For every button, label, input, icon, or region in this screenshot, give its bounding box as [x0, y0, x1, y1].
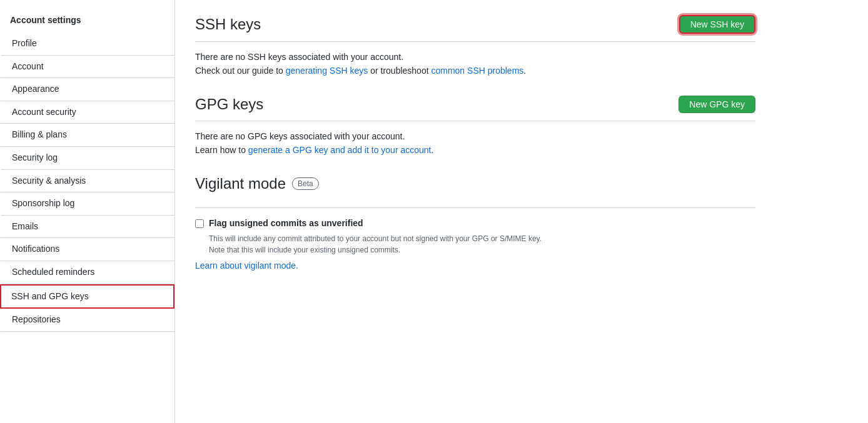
ssh-guide-middle: or troubleshoot [368, 66, 431, 76]
vigilant-section-header: Vigilant mode Beta [195, 175, 755, 208]
flag-unsigned-checkbox[interactable] [195, 219, 204, 228]
new-ssh-key-button[interactable]: New SSH key [679, 15, 755, 34]
sidebar-item-sponsorship-log[interactable]: Sponsorship log [0, 192, 174, 216]
ssh-guide-suffix: . [523, 66, 526, 76]
sidebar-item-repositories[interactable]: Repositories [0, 309, 174, 332]
new-gpg-key-button[interactable]: New GPG key [679, 96, 755, 113]
flag-unsigned-commits-row: Flag unsigned commits as unverified [195, 218, 755, 228]
gpg-no-keys-text: There are no GPG keys associated with yo… [195, 131, 755, 141]
generate-gpg-key-link[interactable]: generate a GPG key and add it to your ac… [248, 145, 431, 155]
gpg-guide-text: Learn how to generate a GPG key and add … [195, 145, 755, 155]
gpg-keys-section: GPG keys New GPG key There are no GPG ke… [195, 96, 755, 155]
generating-ssh-keys-link[interactable]: generating SSH keys [286, 66, 368, 76]
ssh-section-header: SSH keys New SSH key [195, 15, 755, 42]
ssh-guide-text: Check out our guide to generating SSH ke… [195, 66, 755, 76]
vigilant-section-title: Vigilant mode [195, 175, 286, 192]
common-ssh-problems-link[interactable]: common SSH problems [431, 66, 523, 76]
sidebar-item-security-analysis[interactable]: Security & analysis [0, 170, 174, 193]
sidebar-item-security-log[interactable]: Security log [0, 147, 174, 170]
sidebar-item-billing[interactable]: Billing & plans [0, 124, 174, 147]
main-content: SSH keys New SSH key There are no SSH ke… [175, 0, 775, 423]
learn-vigilant-mode-link[interactable]: Learn about vigilant mode. [195, 261, 298, 271]
vigilant-mode-section: Vigilant mode Beta Flag unsigned commits… [195, 175, 755, 271]
sidebar-item-ssh-gpg[interactable]: SSH and GPG keys [0, 284, 174, 309]
gpg-section-header: GPG keys New GPG key [195, 96, 755, 121]
sidebar-item-emails[interactable]: Emails [0, 216, 174, 239]
sidebar-item-appearance[interactable]: Appearance [0, 78, 174, 101]
sidebar-title: Account settings [0, 10, 174, 32]
sidebar-item-profile[interactable]: Profile [0, 32, 174, 56]
vigilant-title-row: Vigilant mode Beta [195, 175, 319, 192]
flag-unsigned-description: This will include any commit attributed … [209, 233, 755, 256]
ssh-no-keys-text: There are no SSH keys associated with yo… [195, 52, 755, 62]
sidebar: Account settings Profile Account Appeara… [0, 0, 175, 423]
beta-badge: Beta [292, 177, 319, 190]
gpg-guide-suffix: . [431, 145, 433, 155]
ssh-section-title: SSH keys [195, 16, 261, 33]
sidebar-item-account-security[interactable]: Account security [0, 101, 174, 124]
ssh-guide-prefix: Check out our guide to [195, 66, 286, 76]
vigilant-learn-more: Learn about vigilant mode. [195, 261, 755, 271]
sidebar-item-account[interactable]: Account [0, 56, 174, 79]
sidebar-item-scheduled-reminders[interactable]: Scheduled reminders [0, 261, 174, 284]
ssh-keys-section: SSH keys New SSH key There are no SSH ke… [195, 15, 755, 76]
flag-unsigned-label[interactable]: Flag unsigned commits as unverified [209, 218, 363, 228]
gpg-guide-prefix: Learn how to [195, 145, 248, 155]
gpg-section-title: GPG keys [195, 96, 263, 113]
sidebar-item-notifications[interactable]: Notifications [0, 238, 174, 261]
